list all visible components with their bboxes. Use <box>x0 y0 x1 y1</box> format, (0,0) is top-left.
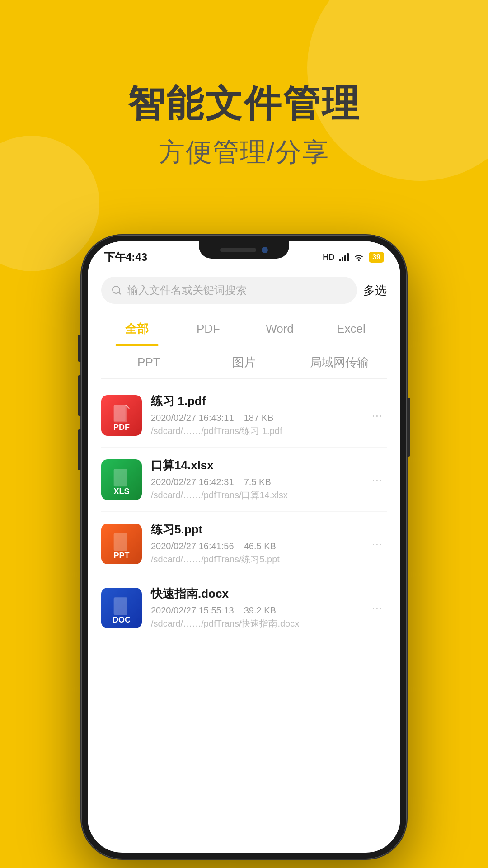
tab-pdf[interactable]: PDF <box>173 313 244 345</box>
svg-rect-6 <box>114 597 127 615</box>
front-camera <box>262 247 268 253</box>
svg-rect-5 <box>114 533 127 551</box>
file-meta: 2020/02/27 16:41:56 46.5 KB <box>151 541 358 552</box>
file-type-label: XLS <box>101 487 142 496</box>
app-content: 输入文件名或关键词搜索 多选 全部 PDF Word <box>88 277 400 640</box>
tab-excel[interactable]: Excel <box>315 313 387 345</box>
file-info: 口算14.xlsx 2020/02/27 16:42:31 7.5 KB /sd… <box>151 458 358 501</box>
file-name: 练习5.ppt <box>151 522 358 538</box>
file-path: /sdcard/……/pdfTrans/练习 1.pdf <box>151 425 358 437</box>
file-name: 练习 1.pdf <box>151 393 358 409</box>
status-icons: HD 39 <box>323 252 384 263</box>
svg-point-0 <box>113 286 120 293</box>
volume-up-button <box>78 375 81 416</box>
hd-label: HD <box>323 253 334 262</box>
file-type-label: PPT <box>101 551 142 561</box>
search-placeholder: 输入文件名或关键词搜索 <box>127 283 247 297</box>
file-icon-doc: DOC <box>101 588 142 628</box>
file-more-button[interactable]: ··· <box>367 404 387 427</box>
sub-title: 方便管理/分享 <box>0 135 488 170</box>
file-type-label: DOC <box>101 615 142 625</box>
status-time: 下午4:43 <box>104 250 147 264</box>
wifi-icon <box>353 253 364 261</box>
file-path: /sdcard/……/pdfTrans/快速指南.docx <box>151 618 358 630</box>
file-path: /sdcard/……/pdfTrans/练习5.ppt <box>151 553 358 566</box>
list-item[interactable]: PDF 练习 1.pdf 2020/02/27 16:43:11 187 KB … <box>101 383 387 448</box>
search-icon <box>111 285 122 296</box>
file-info: 练习5.ppt 2020/02/27 16:41:56 46.5 KB /sdc… <box>151 522 358 566</box>
tabs-row-2: PPT 图片 局域网传输 <box>101 346 387 379</box>
file-more-button[interactable]: ··· <box>367 532 387 556</box>
phone-screen: 下午4:43 HD 39 <box>88 241 400 853</box>
search-bar: 输入文件名或关键词搜索 多选 <box>101 277 387 304</box>
file-name: 口算14.xlsx <box>151 458 358 473</box>
main-title: 智能文件管理 <box>0 81 488 126</box>
volume-mute-button <box>78 335 81 362</box>
file-name: 快速指南.docx <box>151 586 358 602</box>
file-meta: 2020/02/27 16:42:31 7.5 KB <box>151 477 358 487</box>
search-input-wrapper[interactable]: 输入文件名或关键词搜索 <box>101 277 357 304</box>
signal-icon <box>339 253 349 261</box>
tab-all[interactable]: 全部 <box>101 312 173 346</box>
header-section: 智能文件管理 方便管理/分享 <box>0 81 488 170</box>
file-path: /sdcard/……/pdfTrans/口算14.xlsx <box>151 489 358 501</box>
power-button <box>407 398 410 457</box>
file-list: PDF 练习 1.pdf 2020/02/27 16:43:11 187 KB … <box>101 383 387 640</box>
svg-rect-4 <box>114 469 127 486</box>
file-meta: 2020/02/27 16:43:11 187 KB <box>151 413 358 423</box>
volume-down-button <box>78 429 81 470</box>
notch <box>199 241 289 259</box>
list-item[interactable]: PPT 练习5.ppt 2020/02/27 16:41:56 46.5 KB … <box>101 512 387 576</box>
speaker <box>220 248 256 252</box>
file-type-label: PDF <box>101 423 142 432</box>
file-icon-xls: XLS <box>101 459 142 500</box>
phone-shell: 下午4:43 HD 39 <box>81 235 407 859</box>
svg-line-1 <box>119 292 121 294</box>
svg-rect-3 <box>114 405 126 421</box>
tabs-row-1: 全部 PDF Word Excel <box>101 312 387 346</box>
list-item[interactable]: XLS 口算14.xlsx 2020/02/27 16:42:31 7.5 KB… <box>101 448 387 512</box>
file-meta: 2020/02/27 15:55:13 39.2 KB <box>151 605 358 616</box>
file-more-button[interactable]: ··· <box>367 596 387 620</box>
battery-indicator: 39 <box>369 252 384 263</box>
file-icon-pdf: PDF <box>101 395 142 436</box>
file-more-button[interactable]: ··· <box>367 468 387 491</box>
multi-select-button[interactable]: 多选 <box>363 283 387 298</box>
tab-ppt[interactable]: PPT <box>101 347 197 377</box>
tab-images[interactable]: 图片 <box>197 346 292 378</box>
tab-lan-transfer[interactable]: 局域网传输 <box>291 346 387 378</box>
tab-word[interactable]: Word <box>244 313 315 345</box>
list-item[interactable]: DOC 快速指南.docx 2020/02/27 15:55:13 39.2 K… <box>101 576 387 640</box>
file-icon-ppt: PPT <box>101 524 142 564</box>
file-info: 练习 1.pdf 2020/02/27 16:43:11 187 KB /sdc… <box>151 393 358 437</box>
file-info: 快速指南.docx 2020/02/27 15:55:13 39.2 KB /s… <box>151 586 358 630</box>
phone-mockup: 下午4:43 HD 39 <box>81 235 407 859</box>
